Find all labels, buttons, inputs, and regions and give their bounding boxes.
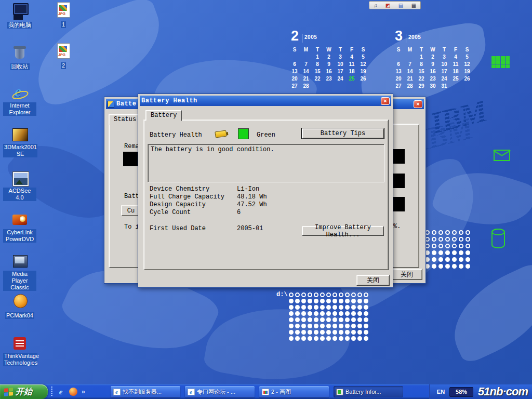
pattern-dot xyxy=(308,311,312,316)
taskbar-task[interactable]: Battery Infor... xyxy=(334,386,403,397)
battery-info-row: Device ChemistryLi-Ion xyxy=(150,185,378,193)
database-icon[interactable] xyxy=(491,229,505,248)
toolbar-handle[interactable] xyxy=(51,387,52,397)
taskbar-task[interactable]: 找不到服务器... xyxy=(111,386,180,397)
pattern-dot xyxy=(326,336,331,341)
calendar-cell: 29 xyxy=(416,83,427,90)
calendar-cell: 21 xyxy=(404,75,416,83)
pattern-dot xyxy=(301,330,306,335)
desktop-icon-mpc[interactable]: Media Player Classic xyxy=(3,253,36,291)
pattern-dot xyxy=(332,305,337,310)
calendar-month-number: 3 xyxy=(395,29,403,43)
calendar-grid: SMTWTFS123456789101112131415161718192021… xyxy=(393,46,476,90)
close-icon: × xyxy=(383,98,387,104)
desktop: { "desktop": { "icons": [ {"icon":"my-co… xyxy=(0,0,532,399)
desktop-icon-my-computer[interactable]: 我的电脑 xyxy=(3,2,36,29)
pattern-dot xyxy=(326,299,331,303)
taskbar-task[interactable]: 2 - 画图 xyxy=(259,386,329,397)
desktop-icon-label: CyberLink PowerDVD xyxy=(3,229,36,243)
keyboard-icon: ▦ xyxy=(411,3,416,8)
calendar-header: 22005 xyxy=(291,29,372,45)
pattern-dot xyxy=(332,324,337,328)
pattern-dot xyxy=(357,324,362,328)
desktop-icon-thinkvantage[interactable]: ThinkVantage Technologies xyxy=(3,335,36,367)
calendar-cell xyxy=(300,54,312,61)
pattern-dot xyxy=(438,230,443,235)
pattern-dot xyxy=(314,336,318,341)
dialog-titlebar[interactable]: Battery Health × xyxy=(140,96,391,106)
calendar-cell: 27 xyxy=(393,83,404,90)
pattern-dot xyxy=(459,257,463,262)
info-value: 6 xyxy=(237,209,241,217)
taskbar-task[interactable]: 专门网论坛 - ... xyxy=(185,386,255,397)
pattern-dot xyxy=(295,324,300,328)
info-label: Device Chemistry xyxy=(150,185,237,193)
calendar-cell: 10 xyxy=(335,61,346,68)
calendar-day-header: F xyxy=(450,46,461,54)
tray-battery-indicator[interactable]: 58% xyxy=(449,387,473,397)
osd-toolbar[interactable]: ♫ ◩ ▤ ▦ xyxy=(369,1,421,9)
calendar-cell: 16 xyxy=(427,68,438,75)
chevron-icon[interactable]: » xyxy=(82,388,88,396)
calendar-cell: 1 xyxy=(312,54,323,61)
close-window-button[interactable]: 关闭 xyxy=(391,269,422,280)
calendar-cell: 21 xyxy=(300,75,312,83)
pattern-dot xyxy=(301,305,306,310)
thinkvantage-icon xyxy=(11,335,28,352)
first-used-value: 2005-01 xyxy=(237,225,263,233)
spreadsheet-icon[interactable] xyxy=(491,56,510,68)
pattern-dot xyxy=(308,305,312,310)
close-button[interactable]: × xyxy=(414,100,422,108)
close-button[interactable]: × xyxy=(381,97,390,105)
calendar-cell: 2 xyxy=(323,54,335,61)
pattern-dot xyxy=(364,336,368,341)
pattern-dot xyxy=(351,299,356,303)
pattern-dot xyxy=(332,292,337,297)
improve-battery-health-button[interactable]: Improve Battery Health... xyxy=(302,226,384,236)
pcmark-icon xyxy=(11,292,28,309)
tab-battery[interactable]: Battery xyxy=(145,110,182,121)
start-button[interactable]: 开始 xyxy=(0,384,48,399)
desktop-file-1[interactable]: JPG1 xyxy=(47,2,80,29)
ie-quicklaunch-icon[interactable]: e xyxy=(57,388,65,396)
desktop-icon-pcmark[interactable]: PCMark04 xyxy=(3,292,36,320)
pattern-dot xyxy=(339,324,343,328)
pattern-dot xyxy=(345,317,350,322)
calendar-cell: 20 xyxy=(393,75,404,83)
desktop-icon-ie[interactable]: Internet Explorer xyxy=(3,85,36,116)
desktop-icon-3dmark[interactable]: 3DMark2001 SE xyxy=(3,126,36,158)
battery-info-row: Cycle Count6 xyxy=(150,209,378,217)
mail-icon[interactable] xyxy=(494,150,510,161)
calendar-month-number: 2 xyxy=(291,29,299,43)
desktop-icon-label: 回收站 xyxy=(10,63,30,70)
jpg-badge: JPG xyxy=(58,53,65,57)
taskbar: 开始 e » 找不到服务器...专门网论坛 - ...2 - 画图Battery… xyxy=(0,384,532,399)
close-dialog-button[interactable]: 关闭 xyxy=(356,275,390,286)
pattern-dot xyxy=(301,324,306,328)
tab-status[interactable]: Status xyxy=(109,114,141,125)
desktop-icon-recycle-bin[interactable]: 回收站 xyxy=(3,44,36,71)
calendar-cell: 19 xyxy=(461,68,473,75)
calendar-cell: 7 xyxy=(300,61,312,68)
media-quicklaunch-icon[interactable] xyxy=(69,388,77,396)
pattern-dot xyxy=(320,299,325,303)
pattern-dot xyxy=(452,264,457,269)
language-indicator[interactable]: EN xyxy=(437,389,445,395)
calendar-cell: 25 xyxy=(450,75,461,83)
battery-information-icon xyxy=(108,101,114,108)
pattern-dot xyxy=(466,244,470,248)
task-buttons: 找不到服务器...专门网论坛 - ...2 - 画图Battery Infor.… xyxy=(111,386,403,397)
pattern-dot xyxy=(445,244,450,248)
info-label: Full Charge Capacity xyxy=(150,193,237,201)
desktop-icon-powerdvd[interactable]: CyberLink PowerDVD xyxy=(3,211,36,243)
info-value: 47.52 Wh xyxy=(237,201,267,209)
dot-pattern xyxy=(425,230,470,269)
desktop-file-2[interactable]: JPG2 xyxy=(47,43,80,70)
health-status-swatch xyxy=(238,128,249,139)
pattern-dot xyxy=(301,292,306,297)
battery-tips-button[interactable]: Battery Tips xyxy=(302,128,384,139)
mpc-icon xyxy=(11,253,28,270)
desktop-icon-acdsee[interactable]: ACDSee 4.0 xyxy=(3,170,36,202)
pattern-dot xyxy=(326,305,331,310)
pattern-dot xyxy=(320,317,325,322)
